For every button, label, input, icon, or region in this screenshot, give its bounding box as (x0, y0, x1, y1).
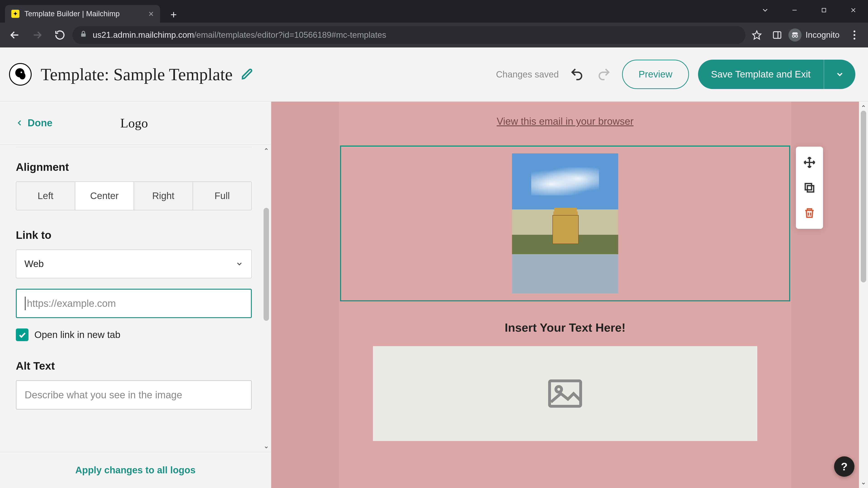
panel-scrollbar[interactable] (262, 144, 271, 452)
link-to-select-value: Web (24, 258, 44, 269)
side-panel-icon[interactable] (768, 26, 786, 44)
scroll-up-icon[interactable] (264, 144, 269, 154)
apply-all-logos-button[interactable]: Apply changes to all logos (0, 452, 271, 488)
mailchimp-logo-icon[interactable] (9, 63, 32, 86)
open-new-tab-checkbox[interactable]: Open link in new tab (16, 328, 252, 341)
svg-rect-22 (550, 381, 581, 406)
scroll-up-icon[interactable] (859, 102, 868, 111)
alt-text-label: Alt Text (16, 360, 252, 372)
redo-button[interactable] (595, 65, 613, 84)
window-controls (750, 4, 868, 16)
new-tab-button[interactable]: + (167, 8, 180, 21)
undo-button[interactable] (568, 65, 586, 84)
svg-point-10 (792, 35, 795, 37)
bookmark-star-icon[interactable] (748, 26, 766, 44)
app-topbar: Template: Sample Template Changes saved … (0, 47, 868, 102)
browser-tabstrip: ✦ Template Builder | Mailchimp × + (0, 0, 868, 23)
svg-rect-8 (773, 32, 781, 38)
email-canvas[interactable]: View this email in your browser Insert Y… (271, 102, 868, 488)
divider (16, 147, 252, 147)
save-status: Changes saved (496, 69, 559, 79)
incognito-icon (788, 29, 802, 41)
panel-scroll-region: Alignment LeftCenterRightFull Link to We… (0, 144, 271, 452)
alignment-label: Alignment (16, 161, 252, 173)
preview-button[interactable]: Preview (622, 60, 689, 89)
browser-url: us21.admin.mailchimp.com/email/templates… (93, 30, 386, 40)
alignment-segmented-control[interactable]: LeftCenterRightFull (16, 182, 252, 210)
app-body: Done Logo Alignment LeftCenterRightFull … (0, 102, 868, 488)
scroll-track[interactable] (859, 111, 868, 479)
logo-image[interactable] (512, 153, 618, 293)
save-template-group: Save Template and Exit (698, 60, 856, 89)
panel-back-label: Done (28, 117, 53, 129)
window-maximize-icon[interactable] (809, 4, 839, 16)
svg-rect-18 (807, 186, 814, 192)
tabs-chevron-down-icon[interactable] (750, 4, 780, 16)
svg-point-11 (795, 35, 798, 37)
tab-favicon-icon: ✦ (11, 10, 20, 18)
block-floating-toolbar (796, 147, 823, 229)
svg-point-14 (20, 72, 26, 79)
svg-rect-19 (805, 184, 811, 190)
link-to-select[interactable]: Web (16, 250, 252, 278)
alignment-option-full[interactable]: Full (193, 182, 252, 210)
alignment-option-center[interactable]: Center (75, 182, 134, 210)
svg-point-15 (21, 72, 22, 73)
image-placeholder-block[interactable] (373, 346, 757, 441)
view-in-browser-link[interactable]: View this email in your browser (497, 116, 633, 127)
link-url-input[interactable]: https://example.com (16, 289, 252, 318)
save-template-exit-button[interactable]: Save Template and Exit (698, 60, 824, 89)
alt-text-input[interactable]: Describe what you see in the image (16, 380, 252, 410)
checkbox-checked-icon (16, 328, 29, 341)
link-url-placeholder: https://example.com (27, 298, 116, 309)
browser-toolbar: us21.admin.mailchimp.com/email/templates… (0, 23, 868, 47)
svg-rect-1 (822, 8, 826, 12)
link-to-label: Link to (16, 229, 252, 241)
browser-menu-button[interactable] (845, 26, 864, 44)
edit-title-button[interactable] (239, 67, 254, 82)
view-in-browser-block: View this email in your browser (339, 102, 791, 145)
open-new-tab-label: Open link in new tab (34, 329, 121, 340)
scroll-down-icon[interactable] (859, 479, 868, 488)
alt-text-placeholder: Describe what you see in the image (25, 389, 182, 400)
canvas-scrollbar[interactable] (859, 102, 868, 488)
template-title-text: Template: Sample Template (41, 65, 232, 84)
tab-title: Template Builder | Mailchimp (24, 9, 120, 18)
browser-tab-active[interactable]: ✦ Template Builder | Mailchimp × (5, 5, 160, 23)
browser-address-bar[interactable]: us21.admin.mailchimp.com/email/templates… (72, 26, 745, 44)
alignment-option-left[interactable]: Left (16, 182, 75, 210)
scroll-thumb[interactable] (264, 208, 269, 321)
lock-icon (80, 30, 87, 40)
browser-reload-button[interactable] (50, 25, 70, 45)
help-button[interactable]: ? (834, 456, 855, 477)
app-root: Template: Sample Template Changes saved … (0, 47, 868, 488)
scroll-thumb[interactable] (861, 111, 866, 283)
svg-point-23 (556, 387, 561, 392)
window-close-icon[interactable] (839, 4, 868, 16)
heading-block[interactable]: Insert Your Text Here! (339, 301, 791, 346)
block-move-handle[interactable] (796, 150, 823, 175)
tab-close-icon[interactable]: × (149, 9, 154, 18)
browser-forward-button[interactable] (27, 25, 48, 45)
properties-panel: Done Logo Alignment LeftCenterRightFull … (0, 102, 271, 488)
scroll-down-icon[interactable] (264, 443, 269, 452)
incognito-label: Incognito (806, 30, 839, 40)
panel-header: Done Logo (0, 102, 271, 144)
email-content-column[interactable]: View this email in your browser Insert Y… (339, 102, 791, 488)
scroll-track[interactable] (262, 154, 271, 443)
svg-rect-6 (81, 33, 86, 37)
incognito-indicator[interactable]: Incognito (788, 29, 843, 41)
block-delete-button[interactable] (796, 200, 823, 226)
alignment-option-right[interactable]: Right (134, 182, 193, 210)
template-title: Template: Sample Template (41, 65, 254, 84)
panel-title: Logo (120, 116, 148, 131)
chevron-down-icon (236, 260, 243, 268)
window-minimize-icon[interactable] (780, 4, 809, 16)
browser-back-button[interactable] (4, 25, 25, 45)
image-placeholder-icon (548, 379, 582, 408)
block-duplicate-button[interactable] (796, 175, 823, 200)
save-template-dropdown[interactable] (824, 60, 855, 89)
panel-back-button[interactable]: Done (16, 117, 53, 129)
svg-marker-7 (752, 31, 761, 39)
logo-block[interactable] (340, 145, 790, 301)
